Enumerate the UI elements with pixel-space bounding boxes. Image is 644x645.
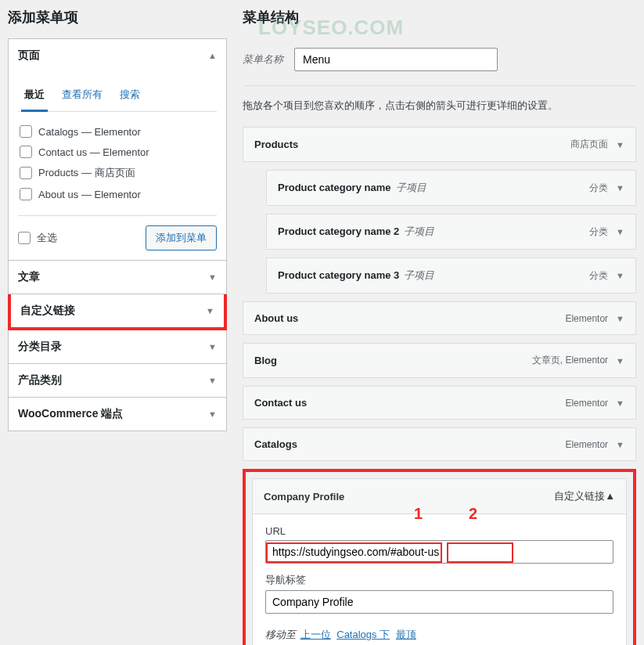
chevron-down-icon: ▼: [616, 227, 624, 236]
add-to-menu-button[interactable]: 添加到菜单: [146, 225, 217, 250]
checkbox[interactable]: [20, 125, 32, 138]
menu-item-category-2[interactable]: Product category name 2子项目 分类▼: [266, 214, 636, 250]
move-label: 移动至: [265, 629, 296, 640]
tab-view-all[interactable]: 查看所有: [59, 83, 106, 111]
chevron-down-icon: [208, 409, 217, 419]
checkbox[interactable]: [20, 146, 32, 158]
menu-item-label: Product category name 2: [278, 225, 399, 237]
chevron-up-icon: ▲: [605, 490, 615, 502]
annotation-number-2: 2: [469, 505, 477, 523]
chevron-down-icon: ▼: [616, 183, 624, 193]
menu-item-label: Product category name 3: [278, 269, 399, 281]
menu-structure-heading: 菜单结构: [243, 0, 636, 38]
nav-label-field-label: 导航标签: [265, 573, 613, 587]
page-item-label: Catalogs — Elementor: [38, 126, 141, 138]
checkbox[interactable]: [20, 167, 32, 179]
custom-links-accordion[interactable]: 自定义链接: [8, 294, 227, 330]
tab-search[interactable]: 搜索: [117, 83, 143, 111]
page-item-label: Products — 商店页面: [38, 166, 135, 180]
tab-recent[interactable]: 最近: [21, 83, 48, 112]
url-field-label: URL: [265, 525, 613, 537]
categories-accordion-label: 分类目录: [18, 340, 62, 354]
menu-item-company-profile: Company Profile 自定义链接▲ 1 2 URL 导航标签: [252, 478, 627, 645]
add-items-heading: 添加菜单项: [8, 0, 227, 38]
select-all-label: 全选: [37, 231, 57, 245]
menu-name-label: 菜单名称: [243, 52, 283, 67]
menu-item-about[interactable]: About us Elementor▼: [243, 301, 636, 335]
chevron-down-icon: [208, 342, 217, 351]
page-item[interactable]: About us — Elementor: [20, 184, 215, 204]
menu-name-input[interactable]: [294, 48, 498, 71]
menu-item-type: Elementor: [565, 313, 608, 324]
chevron-down-icon: ▼: [616, 314, 624, 323]
page-item[interactable]: Products — 商店页面: [20, 162, 215, 184]
checkbox[interactable]: [18, 232, 31, 244]
chevron-down-icon: ▼: [616, 140, 624, 150]
menu-item-type: Elementor: [565, 439, 608, 450]
menu-item-category-3[interactable]: Product category name 3子项目 分类▼: [266, 258, 636, 294]
menu-item-label: Product category name: [278, 182, 391, 193]
menu-item-type: 文章页, Elementor: [532, 354, 608, 367]
page-item-label: About us — Elementor: [38, 189, 141, 200]
menu-item-label: Contact us: [254, 397, 307, 409]
chevron-down-icon: [208, 272, 217, 282]
nav-label-input[interactable]: [265, 590, 613, 614]
menu-structure-panel: 菜单结构 菜单名称 拖放各个项目到您喜欢的顺序，点击右侧的箭头可进行更详细的设置…: [243, 0, 636, 645]
menu-item-label: Catalogs: [254, 438, 297, 450]
pages-accordion: 页面 最近 查看所有 搜索 Catalogs — Elementor Co: [8, 38, 227, 261]
url-input[interactable]: [265, 540, 613, 564]
chevron-down-icon: [206, 306, 214, 315]
chevron-down-icon: ▼: [616, 440, 624, 449]
menu-item-sublabel: 子项目: [404, 269, 434, 281]
chevron-down-icon: ▼: [616, 271, 624, 280]
menu-item-type: 分类: [589, 269, 608, 283]
woocommerce-accordion[interactable]: WooCommerce 端点: [8, 398, 227, 431]
menu-item-label: Blog: [254, 355, 277, 366]
woocommerce-accordion-label: WooCommerce 端点: [18, 407, 123, 421]
page-item[interactable]: Catalogs — Elementor: [20, 121, 215, 142]
instructions-text: 拖放各个项目到您喜欢的顺序，点击右侧的箭头可进行更详细的设置。: [243, 86, 636, 127]
posts-accordion-label: 文章: [18, 270, 40, 284]
menu-item-header[interactable]: Company Profile 自定义链接▲: [253, 479, 626, 514]
menu-item-blog[interactable]: Blog 文章页, Elementor▼: [243, 343, 636, 378]
pages-tabs: 最近 查看所有 搜索: [18, 80, 217, 112]
move-under-link[interactable]: Catalogs 下: [336, 629, 390, 640]
menu-item-sublabel: 子项目: [396, 182, 426, 193]
categories-accordion[interactable]: 分类目录: [8, 330, 227, 364]
checkbox[interactable]: [20, 188, 32, 200]
select-all[interactable]: 全选: [18, 231, 57, 245]
page-item-label: Contact us — Elementor: [38, 146, 149, 158]
product-categories-accordion-label: 产品类别: [18, 373, 62, 387]
chevron-down-icon: [208, 376, 217, 385]
chevron-down-icon: ▼: [616, 356, 624, 366]
menu-item-category-1[interactable]: Product category name子项目 分类▼: [266, 170, 636, 206]
move-prev-link[interactable]: 上一位: [300, 629, 331, 640]
menu-item-type: 自定义链接: [554, 490, 605, 502]
product-categories-accordion[interactable]: 产品类别: [8, 364, 227, 398]
page-item[interactable]: Contact us — Elementor: [20, 142, 215, 162]
pages-accordion-toggle[interactable]: 页面: [9, 39, 226, 72]
custom-links-accordion-label: 自定义链接: [20, 304, 75, 318]
menu-item-label: About us: [254, 312, 298, 324]
menu-item-label: Company Profile: [264, 491, 344, 503]
move-row: 移动至 上一位 Catalogs 下 最顶: [265, 623, 613, 645]
menu-item-products[interactable]: Products 商店页面▼: [243, 127, 636, 162]
menu-item-type: Elementor: [565, 398, 608, 409]
menu-item-label: Products: [254, 139, 298, 150]
add-menu-items-panel: 添加菜单项 页面 最近 查看所有 搜索 Catalogs — Elementor: [8, 0, 227, 645]
highlight-annotation: Company Profile 自定义链接▲ 1 2 URL 导航标签: [243, 469, 636, 645]
posts-accordion[interactable]: 文章: [8, 261, 227, 294]
menu-item-type: 分类: [589, 225, 608, 239]
menu-item-sublabel: 子项目: [404, 225, 434, 237]
chevron-up-icon: [208, 51, 217, 60]
move-top-link[interactable]: 最顶: [396, 629, 416, 640]
annotation-number-1: 1: [414, 505, 423, 523]
menu-item-contact[interactable]: Contact us Elementor▼: [243, 386, 636, 420]
chevron-down-icon: ▼: [616, 398, 624, 408]
menu-item-catalogs[interactable]: Catalogs Elementor▼: [243, 427, 636, 461]
menu-item-type: 商店页面: [570, 138, 608, 151]
menu-item-type: 分类: [589, 182, 608, 195]
pages-accordion-label: 页面: [18, 49, 40, 63]
